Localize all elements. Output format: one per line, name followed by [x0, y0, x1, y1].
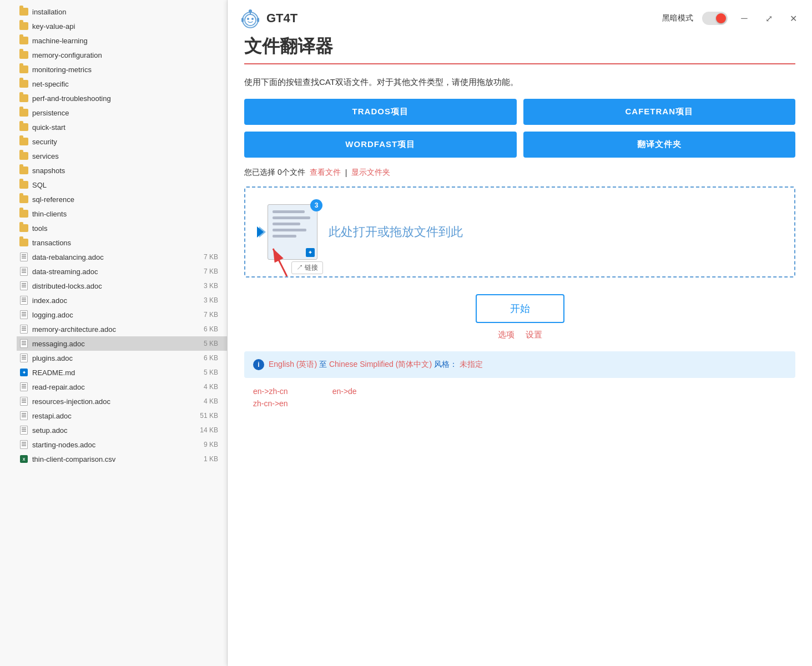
folder-icon [19, 194, 29, 204]
list-item[interactable]: snapshots [17, 163, 227, 178]
folder-icon [19, 151, 29, 161]
svg-line-9 [273, 249, 287, 276]
list-item[interactable]: tools [17, 221, 227, 235]
list-item[interactable]: resources-injection.adoc 4 KB [17, 394, 227, 408]
lang-col-left: en->zh-cn zh-cn->en [253, 387, 288, 408]
folder-icon [19, 238, 29, 248]
list-item[interactable]: net-specific [17, 77, 227, 91]
list-item[interactable]: transactions [17, 235, 227, 250]
doc-icon [19, 295, 29, 305]
file-count-badge: 3 [310, 199, 322, 211]
options-link[interactable]: 选项 [498, 330, 515, 340]
list-item[interactable]: data-rebalancing.adoc 7 KB [17, 250, 227, 264]
vscode-file-icon: ✦ [19, 367, 29, 377]
dark-mode-label: 黑暗模式 [662, 13, 693, 23]
cafetran-button[interactable]: CAFETRAN项目 [523, 99, 796, 125]
folder-icon [19, 108, 29, 118]
list-item[interactable]: machine-learning [17, 33, 227, 48]
status-row: 您已选择 0个文件 查看文件 | 显示文件夹 [244, 168, 795, 178]
show-folder-link[interactable]: 显示文件夹 [351, 168, 390, 178]
lang-option-en-zh[interactable]: en->zh-cn [253, 387, 288, 396]
doc-icon [19, 425, 29, 435]
svg-point-1 [245, 14, 256, 26]
drop-zone[interactable]: 3 ✦ ↗ 链接 此处打开或拖放文件到此 [244, 186, 795, 278]
list-item[interactable]: restapi.adoc 51 KB [17, 408, 227, 423]
start-button[interactable]: 开始 [476, 294, 564, 323]
list-item[interactable]: monitoring-metrics [17, 62, 227, 77]
folder-icon [19, 50, 29, 60]
from-lang: English (英语) [269, 360, 317, 369]
lang-option-en-de[interactable]: en->de [332, 387, 357, 396]
list-item[interactable]: key-value-api [17, 19, 227, 33]
dark-mode-toggle[interactable] [702, 12, 728, 25]
list-item[interactable]: X thin-client-comparison.csv 1 KB [17, 452, 227, 466]
list-item[interactable]: security [17, 134, 227, 149]
list-item[interactable]: starting-nodes.adoc 9 KB [17, 437, 227, 452]
doc-icon [19, 281, 29, 291]
separator: | [345, 168, 347, 177]
list-item[interactable]: thin-clients [17, 206, 227, 221]
app-content: 文件翻译器 使用下面的按钮查找CAT双语文件。对于其他文件类型，请使用拖放功能。… [228, 34, 812, 666]
app-panel: GT4T 黑暗模式 ─ ⤢ ✕ 文件翻译器 使用下面的按钮查找CAT双语文件。对… [228, 0, 812, 666]
lang-option-zh-en[interactable]: zh-cn->en [253, 399, 288, 408]
list-item[interactable]: quick-start [17, 120, 227, 134]
doc-icon [19, 440, 29, 450]
list-item[interactable]: logging.adoc 7 KB [17, 307, 227, 322]
list-item[interactable]: data-streaming.adoc 7 KB [17, 264, 227, 279]
file-explorer: installation key-value-api machine-learn… [0, 0, 228, 666]
svg-point-2 [247, 18, 249, 20]
list-item-selected[interactable]: messaging.adoc 5 KB [17, 336, 227, 351]
list-item[interactable]: perf-and-troubleshooting [17, 91, 227, 105]
list-item[interactable]: SQL [17, 178, 227, 192]
trados-button[interactable]: TRADOS项目 [244, 99, 517, 125]
folder-icon [19, 209, 29, 219]
folder-icon [19, 36, 29, 46]
page-title: 文件翻译器 [244, 34, 795, 59]
doc-icon [19, 252, 29, 262]
doc-icon [19, 353, 29, 363]
selected-count-text: 您已选择 0个文件 [244, 168, 305, 178]
button-grid: TRADOS项目 CAFETRAN项目 WORDFAST项目 翻译文件夹 [244, 99, 795, 158]
titlebar-controls: 黑暗模式 ─ ⤢ ✕ [662, 11, 801, 26]
wordfast-button[interactable]: WORDFAST项目 [244, 132, 517, 158]
list-item[interactable]: ✦ README.md 5 KB [17, 365, 227, 380]
list-item[interactable]: memory-configuration [17, 48, 227, 62]
doc-icon [19, 266, 29, 276]
doc-icon [19, 396, 29, 406]
close-button[interactable]: ✕ [785, 11, 801, 26]
info-icon: i [253, 359, 264, 370]
style-value: 未指定 [460, 360, 483, 369]
doc-icon [19, 339, 29, 349]
lang-options: en->zh-cn zh-cn->en en->de [244, 387, 795, 408]
folder-icon [19, 137, 29, 147]
settings-link[interactable]: 设置 [526, 330, 542, 340]
minimize-button[interactable]: ─ [737, 11, 752, 26]
vscode-small-icon: ✦ [306, 248, 315, 257]
folder-icon [19, 64, 29, 74]
list-item[interactable]: setup.adoc 14 KB [17, 423, 227, 437]
list-item[interactable]: services [17, 149, 227, 163]
folder-icon [19, 122, 29, 132]
toggle-knob [716, 13, 726, 23]
view-files-link[interactable]: 查看文件 [310, 168, 341, 178]
folder-icon [19, 21, 29, 31]
list-item[interactable]: installation [17, 4, 227, 19]
translate-folder-button[interactable]: 翻译文件夹 [523, 132, 796, 158]
list-item[interactable]: plugins.adoc 6 KB [17, 351, 227, 365]
options-row: 选项 设置 [244, 330, 795, 340]
list-item[interactable]: sql-reference [17, 192, 227, 206]
lang-col-right: en->de [332, 387, 357, 408]
list-item[interactable]: distributed-locks.adoc 3 KB [17, 279, 227, 293]
info-bar: i English (英语) 至 Chinese Simplified (简体中… [244, 351, 795, 378]
list-item[interactable]: memory-architecture.adoc 6 KB [17, 322, 227, 336]
description-text: 使用下面的按钮查找CAT双语文件。对于其他文件类型，请使用拖放功能。 [244, 75, 795, 89]
drop-zone-text: 此处打开或拖放文件到此 [329, 224, 463, 240]
drop-zone-icon: 3 ✦ ↗ 链接 [268, 204, 317, 260]
list-item[interactable]: index.adoc 3 KB [17, 293, 227, 307]
maximize-button[interactable]: ⤢ [761, 11, 776, 26]
list-item[interactable]: persistence [17, 105, 227, 120]
gt4t-logo-icon [239, 7, 262, 30]
list-item[interactable]: read-repair.adoc 4 KB [17, 380, 227, 394]
app-titlebar: GT4T 黑暗模式 ─ ⤢ ✕ [228, 0, 812, 34]
doc-icon [19, 324, 29, 334]
